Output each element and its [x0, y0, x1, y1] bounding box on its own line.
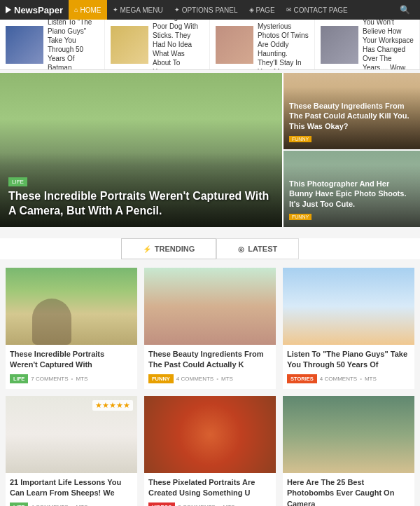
card-image-1 — [144, 268, 276, 345]
nav-label-page: PAGE — [256, 6, 275, 14]
hero-side-title-1: This Photographer And Her Bunny Have Epi… — [289, 179, 414, 209]
hero-side-title-0: These Beauty Ingredients From The Past C… — [289, 101, 414, 131]
featured-item-0[interactable]: Listen To "The Piano Guys" Take You Thro… — [0, 20, 105, 69]
card-author-2: MTS — [365, 376, 377, 382]
card-image-0 — [6, 268, 137, 345]
card-author-4: MTS — [223, 504, 235, 506]
card-title-5: Here Are The 25 Best Photobombs Ever Cau… — [287, 477, 410, 506]
logo-arrow-icon — [6, 6, 11, 13]
card-thumb-0 — [6, 268, 137, 345]
card-body-3: 21 Important Life Lessons You Can Learn … — [6, 473, 137, 506]
card-title-4: These Pixelated Portraits Are Created Us… — [148, 477, 272, 499]
card-category-0: LIFE — [10, 374, 28, 383]
card-category-2: STORIES — [287, 374, 317, 383]
search-button[interactable]: 🔍 — [396, 5, 414, 15]
hero-side-item-0[interactable]: These Beauty Ingredients From The Past C… — [284, 73, 420, 149]
hero-side-cat-0: FUNNY — [289, 136, 312, 142]
card-meta-2: STORIES 4 COMMENTS • MTS — [287, 374, 410, 383]
article-card-5[interactable]: Here Are The 25 Best Photobombs Ever Cau… — [283, 396, 414, 506]
card-body-2: Listen To "The Piano Guys" Take You Thro… — [283, 345, 414, 389]
card-author-3: MTS — [76, 504, 88, 506]
mega-icon: ✦ — [113, 6, 118, 13]
article-card-1[interactable]: These Beauty Ingredients From The Past C… — [144, 268, 276, 389]
card-image-2 — [283, 268, 414, 345]
site-logo[interactable]: NewsPaper — [6, 5, 63, 15]
latest-icon: ◎ — [238, 245, 244, 253]
article-card-2[interactable]: Listen To "The Piano Guys" Take You Thro… — [283, 268, 414, 389]
nav-item-page[interactable]: ◈ PAGE — [244, 0, 281, 20]
hero-section: LIFE These Incredible Portraits Weren't … — [0, 73, 420, 227]
card-meta-4: VIDEOS 3 COMMENTS • MTS — [148, 502, 272, 506]
nav-label-mega: MEGA MENU — [120, 6, 163, 14]
hero-sidebar: These Beauty Ingredients From The Past C… — [284, 73, 420, 227]
logo-text: NewsPaper — [14, 5, 63, 15]
nav-menu: ⌂ HOME ✦ MEGA MENU ✦ OPTIONS PANEL ◈ PAG… — [69, 0, 396, 20]
trending-icon: ⚡ — [143, 245, 151, 253]
hero-side-item-1[interactable]: This Photographer And Her Bunny Have Epi… — [284, 151, 420, 227]
card-meta-0: LIFE 7 COMMENTS • MTS — [10, 374, 133, 383]
options-icon: ✦ — [174, 6, 180, 13]
card-title-0: These Incredible Portraits Weren't Captu… — [10, 349, 133, 371]
contact-icon: ✉ — [286, 6, 292, 13]
featured-thumb-3 — [321, 26, 358, 64]
card-category-3: LIFE — [10, 502, 28, 506]
nav-item-home[interactable]: ⌂ HOME — [69, 0, 106, 20]
hero-category: LIFE — [8, 177, 27, 186]
card-category-1: FUNNY — [148, 374, 174, 383]
featured-thumb-0 — [6, 26, 43, 64]
hero-overlay: LIFE These Incredible Portraits Weren't … — [0, 153, 282, 227]
card-image-4 — [144, 396, 276, 473]
featured-strip: Listen To "The Piano Guys" Take You Thro… — [0, 20, 420, 70]
article-card-0[interactable]: These Incredible Portraits Weren't Captu… — [6, 268, 137, 389]
card-comments-2: 4 COMMENTS — [320, 376, 357, 382]
nav-label-contact: CONTACT PAGE — [294, 6, 348, 14]
page-icon: ◈ — [249, 6, 254, 13]
hero-side-cat-1: FUNNY — [289, 214, 312, 220]
card-thumb-3: ★★★★★ — [6, 396, 137, 473]
featured-thumb-2 — [216, 26, 253, 64]
featured-title-3: You Won't Believe How Your Workspace Has… — [363, 20, 414, 70]
card-thumb-2 — [283, 268, 414, 345]
featured-title-0: Listen To "The Piano Guys" Take You Thro… — [48, 20, 92, 70]
featured-item-1[interactable]: Kids Were Abusing This Poor Dog With Sti… — [105, 20, 210, 69]
card-meta-3: LIFE 4 COMMENTS • MTS — [10, 502, 133, 506]
hero-side-overlay-1: This Photographer And Her Bunny Have Epi… — [284, 165, 420, 227]
nav-label-home: HOME — [80, 6, 102, 14]
featured-item-3[interactable]: You Won't Believe How Your Workspace Has… — [315, 20, 420, 69]
nav-item-mega[interactable]: ✦ MEGA MENU — [107, 0, 169, 20]
hero-title: These Incredible Portraits Weren't Captu… — [8, 189, 274, 219]
card-thumb-5 — [283, 396, 414, 473]
card-thumb-1 — [144, 268, 276, 345]
card-body-0: These Incredible Portraits Weren't Captu… — [6, 345, 137, 389]
rating-stars-3: ★★★★★ — [92, 400, 133, 411]
card-comments-3: 4 COMMENTS — [31, 504, 68, 506]
nav-item-contact[interactable]: ✉ CONTACT PAGE — [281, 0, 354, 20]
card-thumb-4 — [144, 396, 276, 473]
card-comments-0: 7 COMMENTS — [31, 376, 68, 382]
tab-latest[interactable]: ◎ LATEST — [216, 238, 299, 259]
top-navigation: NewsPaper ⌂ HOME ✦ MEGA MENU ✦ OPTIONS P… — [0, 0, 420, 20]
hero-side-overlay-0: These Beauty Ingredients From The Past C… — [284, 87, 420, 149]
card-body-1: These Beauty Ingredients From The Past C… — [144, 345, 276, 389]
nav-item-options[interactable]: ✦ OPTIONS PANEL — [169, 0, 244, 20]
featured-title-1: Kids Were Abusing This Poor Dog With Sti… — [153, 20, 198, 70]
featured-title-2: These Mysterious Photos Of Twins Are Odd… — [258, 20, 309, 70]
card-image-5 — [283, 396, 414, 473]
article-card-3[interactable]: ★★★★★ 21 Important Life Lessons You Can … — [6, 396, 137, 506]
tab-latest-label: LATEST — [248, 245, 277, 253]
featured-thumb-1 — [111, 26, 148, 64]
card-author-1: MTS — [221, 376, 233, 382]
card-title-2: Listen To "The Piano Guys" Take You Thro… — [287, 349, 410, 371]
article-card-4[interactable]: These Pixelated Portraits Are Created Us… — [144, 396, 276, 506]
card-title-1: These Beauty Ingredients From The Past C… — [148, 349, 272, 371]
tab-trending[interactable]: ⚡ TRENDING — [121, 238, 216, 259]
card-body-4: These Pixelated Portraits Are Created Us… — [144, 473, 276, 506]
card-title-3: 21 Important Life Lessons You Can Learn … — [10, 477, 133, 499]
tab-trending-label: TRENDING — [155, 245, 195, 253]
featured-item-2[interactable]: These Mysterious Photos Of Twins Are Odd… — [210, 20, 315, 69]
hero-main[interactable]: LIFE These Incredible Portraits Weren't … — [0, 73, 282, 227]
card-body-5: Here Are The 25 Best Photobombs Ever Cau… — [283, 473, 414, 506]
card-category-4: VIDEOS — [148, 502, 175, 506]
card-comments-1: 4 COMMENTS — [176, 376, 214, 382]
card-comments-4: 3 COMMENTS — [178, 504, 215, 506]
